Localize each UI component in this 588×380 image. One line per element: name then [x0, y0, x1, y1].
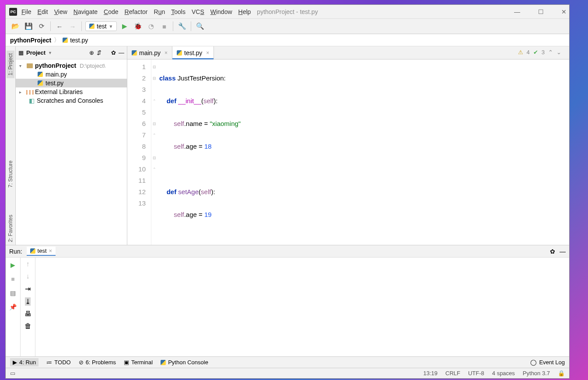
chevron-down-icon[interactable]: ▼	[48, 51, 52, 55]
breadcrumb-file[interactable]: test.py	[70, 37, 88, 44]
expand-all-icon[interactable]: ⇵	[97, 49, 102, 56]
close-icon[interactable]: ×	[206, 50, 209, 56]
select-opened-icon[interactable]: ⊕	[89, 49, 94, 56]
main-area: 1: Project 7: Structure 2: Favorites ▦ P…	[6, 46, 569, 245]
hide-icon[interactable]: —	[119, 49, 124, 56]
menu-navigate[interactable]: Navigate	[74, 8, 98, 15]
lock-icon[interactable]: 🔒	[558, 370, 565, 377]
chevron-down-icon[interactable]: ▾	[19, 63, 24, 68]
run-tab-label: test	[38, 248, 47, 254]
trash-icon[interactable]: 🗑	[24, 322, 32, 330]
gear-icon[interactable]: ✿	[550, 248, 555, 255]
pin-icon[interactable]: 📌	[8, 302, 18, 312]
up-icon[interactable]: ↑	[26, 260, 30, 268]
editor-tabs: main.py × test.py ×	[127, 46, 569, 59]
menu-window[interactable]: Window	[210, 8, 232, 15]
close-button[interactable]: ✕	[561, 8, 567, 15]
tree-file-test[interactable]: test.py	[16, 79, 127, 87]
close-icon[interactable]: ×	[164, 50, 168, 56]
run-config-select[interactable]: test ▼	[85, 21, 117, 31]
status-rect-icon[interactable]: ▭	[10, 370, 15, 377]
tree-scratches[interactable]: ◧ Scratches and Consoles	[16, 96, 127, 105]
left-tab-structure[interactable]: 7: Structure	[7, 158, 14, 190]
python-icon	[38, 72, 43, 77]
menu-tools[interactable]: Tools	[171, 8, 186, 15]
tab-test[interactable]: test.py ×	[172, 46, 214, 59]
code-content[interactable]: class JustTestPersion: def __init__(self…	[158, 59, 569, 245]
debug-icon[interactable]: 🐞	[133, 21, 143, 31]
stop-icon[interactable]: ■	[8, 274, 18, 284]
python-icon	[38, 80, 43, 86]
sync-icon[interactable]: ⟳	[36, 21, 47, 31]
menu-help[interactable]: Help	[238, 8, 251, 15]
rerun-icon[interactable]: ▶	[8, 260, 18, 270]
stop-icon[interactable]: ■	[159, 21, 169, 31]
run-output[interactable]	[35, 258, 569, 356]
next-icon[interactable]: ⌄	[556, 49, 561, 56]
wrench-icon[interactable]: 🔧	[177, 21, 187, 31]
maximize-button[interactable]: ☐	[538, 8, 544, 15]
softwrap-icon[interactable]: ⇥	[25, 285, 31, 293]
tree-root-path: D:\ptoject\	[80, 63, 105, 69]
down-icon[interactable]: ↓	[26, 272, 30, 280]
coverage-icon[interactable]: ◔	[146, 21, 156, 31]
tree-root[interactable]: ▾ pythonProject D:\ptoject\	[16, 61, 127, 70]
code-editor[interactable]: 123 456 789 101112 13 ⊟⊟⌃⊟⌃⊟⌃ class Just…	[127, 59, 569, 245]
forward-icon[interactable]: →	[67, 21, 78, 31]
breadcrumb-sep: 〉	[54, 36, 60, 44]
open-icon[interactable]: 📂	[10, 21, 21, 31]
btm-problems[interactable]: ⊘ 6: Problems	[79, 359, 116, 366]
close-icon[interactable]: ×	[49, 248, 52, 254]
status-bar: ▭ 13:19 CRLF UTF-8 4 spaces Python 3.7 🔒	[6, 368, 569, 378]
status-indent[interactable]: 4 spaces	[492, 370, 515, 377]
folder-icon	[27, 63, 33, 68]
editor-area: main.py × test.py × ⚠4 ✔3 ⌃ ⌄ 123 456	[127, 46, 569, 245]
run-tab[interactable]: test ×	[27, 247, 56, 256]
breadcrumb-root[interactable]: pythonProject	[10, 37, 51, 44]
separator	[50, 21, 51, 31]
btm-todo[interactable]: ≔ TODO	[46, 359, 70, 366]
tree-file-label: test.py	[46, 80, 63, 87]
status-line-ending[interactable]: CRLF	[445, 370, 460, 377]
hide-icon[interactable]: —	[560, 248, 566, 255]
run-body: ▶ ■ ▤ 📌 ↑ ↓ ⇥ ⤓ 🖶 🗑	[6, 258, 569, 356]
left-tab-favorites[interactable]: 2: Favorites	[7, 212, 14, 245]
search-icon[interactable]: 🔍	[195, 21, 205, 31]
menu-view[interactable]: View	[54, 8, 67, 15]
prev-icon[interactable]: ⌃	[548, 49, 553, 56]
menu-refactor[interactable]: Refactor	[125, 8, 148, 15]
menu-code[interactable]: Code	[104, 8, 118, 15]
ok-count: 3	[542, 49, 545, 56]
warning-count: 4	[527, 49, 530, 56]
btm-eventlog[interactable]: ◯ Event Log	[530, 359, 565, 366]
btm-run[interactable]: ▶ 4: Run	[10, 358, 38, 366]
menu-file[interactable]: File	[21, 8, 32, 15]
tab-label: main.py	[139, 49, 161, 56]
run-icon[interactable]: ▶	[119, 21, 130, 31]
project-icon: ▦	[18, 49, 24, 56]
save-icon[interactable]: 💾	[23, 21, 34, 31]
status-encoding[interactable]: UTF-8	[468, 370, 484, 377]
inspection-widget[interactable]: ⚠4 ✔3 ⌃ ⌄	[518, 49, 561, 56]
status-caret-pos[interactable]: 13:19	[423, 370, 438, 377]
tab-main[interactable]: main.py ×	[127, 46, 172, 59]
btm-terminal[interactable]: ▣ Terminal	[124, 359, 153, 366]
run-header: Run: test × ✿ —	[6, 245, 569, 258]
status-interpreter[interactable]: Python 3.7	[523, 370, 550, 377]
btm-pyconsole[interactable]: Python Console	[161, 359, 208, 366]
tree-external-libs[interactable]: ▸ ⫿⫿⫿ External Libraries	[16, 87, 127, 96]
gear-icon[interactable]: ✿	[111, 49, 116, 56]
separator	[81, 21, 82, 31]
menu-edit[interactable]: Edit	[38, 8, 48, 15]
left-tab-project[interactable]: 1: Project	[7, 51, 14, 78]
layout-icon[interactable]: ▤	[8, 288, 18, 298]
back-icon[interactable]: ←	[54, 21, 65, 31]
scroll-icon[interactable]: ⤓	[25, 297, 31, 306]
chevron-right-icon[interactable]: ▸	[19, 90, 24, 94]
tree-root-label: pythonProject	[35, 62, 76, 69]
menu-vcs[interactable]: VCS	[192, 8, 204, 15]
tree-file-main[interactable]: main.py	[16, 70, 127, 79]
minimize-button[interactable]: —	[514, 8, 520, 15]
menu-run[interactable]: Run	[154, 8, 165, 15]
print-icon[interactable]: 🖶	[24, 310, 32, 318]
